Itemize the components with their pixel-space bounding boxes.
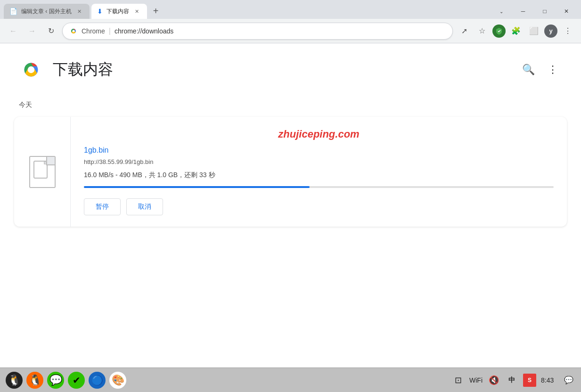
taskbar-time: 8:43: [541, 376, 557, 384]
tab-active-label: 下载内容: [106, 8, 129, 16]
taskbar-figma[interactable]: 🎨: [109, 372, 126, 389]
share-icon[interactable]: ➚: [457, 24, 472, 39]
forward-button[interactable]: →: [25, 24, 40, 39]
tab-active-favicon: ⬇: [97, 8, 103, 15]
menu-icon[interactable]: ⋮: [560, 24, 575, 39]
svg-point-2: [73, 30, 75, 32]
download-card: zhujiceping.com 1gb.bin http://38.55.99.…: [14, 117, 567, 227]
page-content: 下载内容 🔍 ⋮ 今天: [0, 43, 581, 368]
browser-window: 📄 编辑文章 ‹ 国外主机 ✕ ⬇ 下载内容 ✕ + ⌄ ─ □ ✕ ← → ↻: [0, 0, 581, 392]
pause-button[interactable]: 暂停: [84, 198, 121, 215]
file-url: http://38.55.99.99/1gb.bin: [84, 158, 554, 165]
taskbar: 🐧 🐧 💬 ✔ 🔵 🎨 ⊡ WiFi 🔇 中 S 8:43 💬: [0, 368, 581, 392]
taskbar-antivirus-icon[interactable]: S: [523, 374, 536, 387]
url-display: chrome://downloads: [115, 27, 446, 35]
profile-avatar[interactable]: y: [544, 24, 557, 38]
taskbar-bluetooth[interactable]: 🔵: [89, 372, 106, 389]
extensions-icon[interactable]: 🧩: [508, 24, 524, 39]
search-button[interactable]: 🔍: [519, 60, 538, 79]
tab-inactive-close[interactable]: ✕: [75, 7, 84, 16]
site-name: Chrome: [82, 27, 105, 35]
taskbar-notification[interactable]: 💬: [562, 374, 575, 387]
tab-inactive-label: 编辑文章 ‹ 国外主机: [21, 8, 72, 16]
section-label: 今天: [0, 91, 581, 117]
maximize-button[interactable]: □: [534, 4, 556, 19]
taskbar-penguin1[interactable]: 🐧: [6, 372, 23, 389]
file-icon-area: [14, 117, 71, 227]
downloads-header: 下载内容 🔍 ⋮: [0, 43, 581, 91]
new-tab-button[interactable]: +: [149, 4, 163, 18]
reload-button[interactable]: ↻: [43, 24, 58, 39]
toolbar-icons: ➚ ☆ 🧩 ⬜ y ⋮: [457, 24, 575, 39]
chrome-icon: [69, 27, 78, 35]
file-name-link[interactable]: 1gb.bin: [84, 146, 554, 155]
progress-bar-fill: [84, 186, 310, 188]
taskbar-display-icon[interactable]: ⊡: [451, 374, 465, 387]
watermark: zhujiceping.com: [84, 128, 554, 142]
progress-bar: [84, 186, 554, 188]
download-actions: 暂停 取消: [84, 198, 554, 215]
tab-inactive[interactable]: 📄 编辑文章 ‹ 国外主机 ✕: [4, 4, 90, 19]
taskbar-wechat[interactable]: 💬: [47, 372, 64, 389]
page-chrome-logo: [19, 57, 43, 82]
tab-active-close[interactable]: ✕: [133, 7, 141, 16]
tab-active[interactable]: ⬇ 下载内容 ✕: [91, 4, 147, 19]
taskbar-input-method[interactable]: 中: [505, 374, 518, 387]
file-svg: [33, 160, 52, 184]
taskbar-wifi-icon[interactable]: WiFi: [469, 374, 483, 387]
title-bar: 📄 编辑文章 ‹ 国外主机 ✕ ⬇ 下载内容 ✕ + ⌄ ─ □ ✕: [0, 0, 581, 19]
header-actions: 🔍 ⋮: [519, 60, 562, 79]
back-button[interactable]: ←: [6, 24, 21, 39]
nav-bar: ← → ↻ Chrome | chrome://downloads ➚ ☆: [0, 19, 581, 43]
taskbar-right: ⊡ WiFi 🔇 中 S 8:43 💬: [451, 374, 575, 387]
close-button[interactable]: ✕: [556, 4, 577, 19]
adblock-icon[interactable]: [492, 24, 506, 38]
minimize-button[interactable]: ─: [512, 4, 534, 19]
tab-inactive-favicon: 📄: [9, 8, 17, 15]
address-bar[interactable]: Chrome | chrome://downloads: [62, 23, 453, 40]
bookmark-icon[interactable]: ☆: [475, 24, 490, 39]
more-options-button[interactable]: ⋮: [543, 60, 562, 79]
split-screen-icon[interactable]: ⬜: [526, 24, 541, 39]
taskbar-volume-icon[interactable]: 🔇: [487, 374, 500, 387]
tab-search-button[interactable]: ⌄: [491, 4, 512, 19]
window-controls: ⌄ ─ □ ✕: [491, 4, 581, 19]
taskbar-check[interactable]: ✔: [68, 372, 85, 389]
svg-point-5: [28, 66, 34, 73]
file-icon: [29, 156, 56, 188]
address-separator: |: [109, 27, 111, 35]
page-title: 下载内容: [53, 59, 509, 80]
taskbar-penguin2[interactable]: 🐧: [26, 372, 43, 389]
download-info-wrapper: zhujiceping.com 1gb.bin http://38.55.99.…: [71, 117, 567, 227]
cancel-button[interactable]: 取消: [126, 198, 163, 215]
download-speed: 16.0 MB/s - 490 MB，共 1.0 GB，还剩 33 秒: [84, 171, 554, 180]
